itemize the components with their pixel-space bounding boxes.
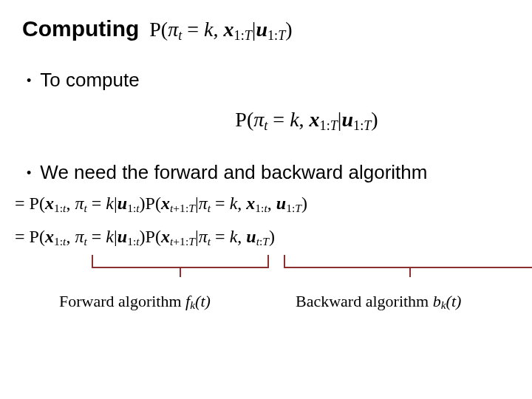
title-row: Computing P(πt = k, x1:T|u1:T) [22,16,510,44]
bullet-1-text: To compute [40,69,139,92]
forward-label-text: Forward algorithm [59,292,185,310]
bracket-labels: Forward algorithm fk(t) Backward algorit… [59,292,510,312]
underbrace-right [284,255,532,268]
slide: Computing P(πt = k, x1:T|u1:T) • To comp… [0,0,532,399]
equation-line-2: = P(x1:t, πt = k|u1:t)P(xt+1:T|πt = k, u… [15,223,510,250]
bullet-2: • We need the forward and backward algor… [27,161,510,184]
backward-arg: (t) [446,292,462,310]
forward-arg: (t) [195,292,211,310]
backward-subscript: k [441,299,446,312]
bullet-dot-icon: • [27,166,31,180]
forward-label: Forward algorithm fk(t) [59,292,288,312]
equation-block: = P(x1:t, πt = k|u1:t)P(xt+1:T|πt = k, x… [15,190,510,250]
bullet-dot-icon: • [27,74,31,87]
underbraces [34,255,510,274]
title-formula: P(πt = k, x1:T|u1:T) [149,18,292,44]
equation-line-1: = P(x1:t, πt = k|u1:t)P(xt+1:T|πt = k, x… [15,190,510,217]
underbrace-stem [409,267,411,277]
backward-label: Backward algorithm bk(t) [296,292,461,312]
title-word: Computing [22,16,139,41]
bullet-1: • To compute [27,69,510,92]
backward-label-text: Backward algorithm [296,292,433,310]
bullet-2-text: We need the forward and backward algorit… [40,161,427,184]
backward-symbol: b [433,292,441,310]
underbrace-stem [180,267,181,277]
underbrace-left [92,255,269,268]
center-formula: P(πt = k, x1:T|u1:T) [103,108,510,134]
